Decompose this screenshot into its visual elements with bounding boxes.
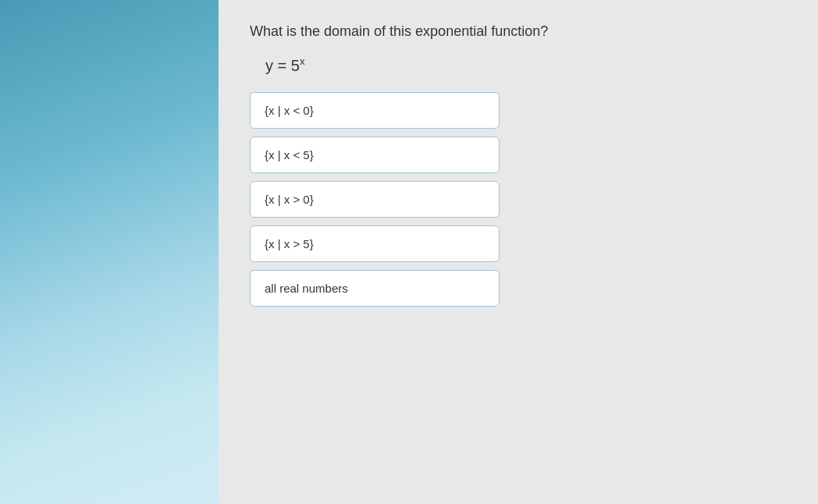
option-2[interactable]: {x | x < 5} bbox=[250, 137, 500, 173]
equation-display: y = 5x bbox=[265, 55, 304, 75]
option-3[interactable]: {x | x > 0} bbox=[250, 181, 500, 218]
option-4-label: {x | x > 5} bbox=[265, 237, 314, 250]
question-text: What is the domain of this exponential f… bbox=[250, 23, 548, 40]
option-5[interactable]: all real numbers bbox=[250, 270, 500, 307]
option-3-label: {x | x > 0} bbox=[265, 193, 314, 206]
option-5-label: all real numbers bbox=[265, 282, 348, 295]
decorative-panel bbox=[0, 0, 219, 504]
option-1-label: {x | x < 0} bbox=[265, 104, 314, 117]
main-content: What is the domain of this exponential f… bbox=[219, 0, 818, 504]
option-4[interactable]: {x | x > 5} bbox=[250, 225, 500, 262]
options-container: {x | x < 0} {x | x < 5} {x | x > 0} {x |… bbox=[250, 92, 500, 307]
equation-exponent: x bbox=[300, 55, 305, 67]
option-1[interactable]: {x | x < 0} bbox=[250, 92, 500, 129]
option-2-label: {x | x < 5} bbox=[265, 148, 314, 161]
equation-base: y = 5 bbox=[265, 57, 300, 74]
